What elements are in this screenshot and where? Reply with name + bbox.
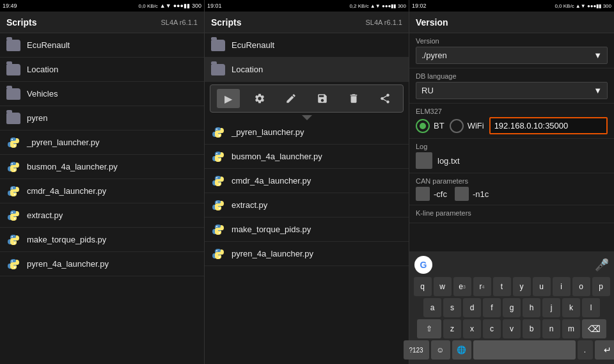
file-item[interactable]: extract.py: [0, 203, 204, 228]
file-item[interactable]: cmdr_4a_launcher.py: [205, 169, 409, 193]
google-icon[interactable]: G: [414, 256, 432, 274]
key-v[interactable]: v: [503, 319, 521, 338]
key-p[interactable]: p: [592, 277, 610, 296]
can-option-n1c: -n1c: [455, 187, 489, 201]
cfc-checkbox[interactable]: [416, 187, 430, 201]
key-e[interactable]: e3: [453, 277, 471, 296]
file-item[interactable]: Vehicles: [0, 82, 204, 106]
file-item[interactable]: _pyren_launcher.py: [0, 131, 204, 155]
key-y[interactable]: y: [513, 277, 531, 296]
file-item[interactable]: busmon_4a_launcher.py: [0, 155, 204, 179]
run-button[interactable]: ▶: [217, 89, 240, 108]
enter-key[interactable]: ↵: [595, 340, 615, 360]
key-q[interactable]: q: [414, 277, 432, 296]
svg-point-14: [216, 153, 217, 154]
bt-radio-button[interactable]: [416, 119, 430, 133]
kline-label: K-line parameters: [416, 209, 608, 217]
python-icon: [211, 150, 225, 164]
version-label: Version: [416, 37, 608, 45]
status-bar-2: 19:01 0,2 KB/c ▲▼ ●●●▮▮ 300: [205, 0, 409, 12]
db-language-dropdown[interactable]: RU ▼: [416, 82, 608, 99]
file-item[interactable]: Location: [0, 58, 204, 82]
log-row: log.txt: [416, 152, 608, 169]
key-w[interactable]: w: [434, 277, 452, 296]
edit-button[interactable]: [279, 89, 303, 108]
can-label: CAN parameters: [416, 177, 608, 185]
key-m[interactable]: m: [562, 319, 580, 338]
key-b[interactable]: b: [523, 319, 540, 338]
save-button[interactable]: [311, 89, 334, 108]
file-item[interactable]: EcuRenault: [205, 33, 409, 58]
wifi-radio-button[interactable]: [450, 119, 464, 133]
key-h[interactable]: h: [523, 298, 540, 317]
can-options-row: -cfc -n1c: [416, 187, 608, 201]
file-item[interactable]: make_torque_pids.py: [0, 228, 204, 252]
ip-input[interactable]: [489, 117, 608, 134]
shift-key[interactable]: ⇧: [417, 319, 441, 338]
app-subtitle-2: SL4A r6.1.1: [366, 19, 403, 26]
key-d[interactable]: d: [463, 298, 481, 317]
svg-point-11: [14, 267, 15, 268]
numbers-key[interactable]: ?123: [404, 340, 429, 360]
key-c[interactable]: c: [483, 319, 501, 338]
python-icon: [6, 136, 20, 150]
file-item[interactable]: pyren_4a_launcher.py: [0, 252, 204, 276]
version-dropdown[interactable]: ./pyren ▼: [416, 47, 608, 64]
svg-point-8: [12, 236, 13, 237]
log-section: Log log.txt: [409, 139, 614, 173]
settings-button[interactable]: [248, 89, 271, 108]
key-u[interactable]: u: [533, 277, 551, 296]
delete-button[interactable]: [342, 89, 365, 108]
file-item[interactable]: _pyren_launcher.py: [205, 120, 409, 145]
python-icon: [211, 247, 225, 261]
key-k[interactable]: k: [562, 298, 580, 317]
file-item[interactable]: pyren: [0, 106, 204, 131]
svg-point-4: [12, 187, 13, 189]
app-bar-3: Version: [409, 12, 614, 33]
python-icon: [211, 198, 225, 212]
svg-point-21: [219, 232, 220, 233]
backspace-key[interactable]: ⌫: [582, 319, 606, 338]
key-t[interactable]: t: [493, 277, 511, 296]
file-item[interactable]: cmdr_4a_launcher.py: [0, 179, 204, 203]
file-item[interactable]: extract.py: [205, 193, 409, 218]
folder-icon: [211, 64, 225, 75]
bt-label: BT: [434, 121, 445, 131]
file-item[interactable]: make_torque_pids.py: [205, 218, 409, 242]
key-j[interactable]: j: [542, 298, 560, 317]
python-icon: [211, 174, 225, 188]
context-toolbar-wrapper: ▶: [205, 84, 409, 120]
key-f[interactable]: f: [483, 298, 501, 317]
svg-point-12: [216, 129, 217, 130]
key-a[interactable]: a: [423, 298, 441, 317]
share-button[interactable]: [374, 89, 397, 108]
svg-point-2: [12, 163, 13, 164]
file-item-location[interactable]: Location: [205, 58, 409, 82]
key-i[interactable]: i: [553, 277, 571, 296]
toolbar-arrow: [302, 115, 312, 120]
key-o[interactable]: o: [572, 277, 590, 296]
file-item[interactable]: pyren_4a_launcher.py: [205, 242, 409, 266]
svg-point-22: [216, 250, 217, 251]
key-r[interactable]: r4: [473, 277, 491, 296]
file-item[interactable]: busmon_4a_launcher.py: [205, 145, 409, 169]
file-item[interactable]: EcuRenault: [0, 33, 204, 58]
radio-dot: [420, 123, 426, 129]
space-key[interactable]: [473, 340, 576, 360]
log-filename: log.txt: [437, 156, 460, 166]
key-x[interactable]: x: [463, 319, 481, 338]
period-key[interactable]: .: [578, 340, 593, 360]
mic-icon[interactable]: 🎤: [595, 258, 609, 272]
key-n[interactable]: n: [542, 319, 560, 338]
svg-point-16: [216, 177, 217, 178]
python-icon: [6, 257, 20, 271]
log-checkbox[interactable]: [416, 152, 432, 169]
emoji-key[interactable]: ☺: [431, 340, 450, 360]
globe-key[interactable]: 🌐: [452, 340, 471, 360]
key-z[interactable]: z: [443, 319, 461, 338]
python-icon: [6, 160, 20, 174]
key-g[interactable]: g: [503, 298, 521, 317]
n1c-checkbox[interactable]: [455, 187, 469, 201]
key-l[interactable]: l: [582, 298, 600, 317]
key-s[interactable]: s: [443, 298, 461, 317]
